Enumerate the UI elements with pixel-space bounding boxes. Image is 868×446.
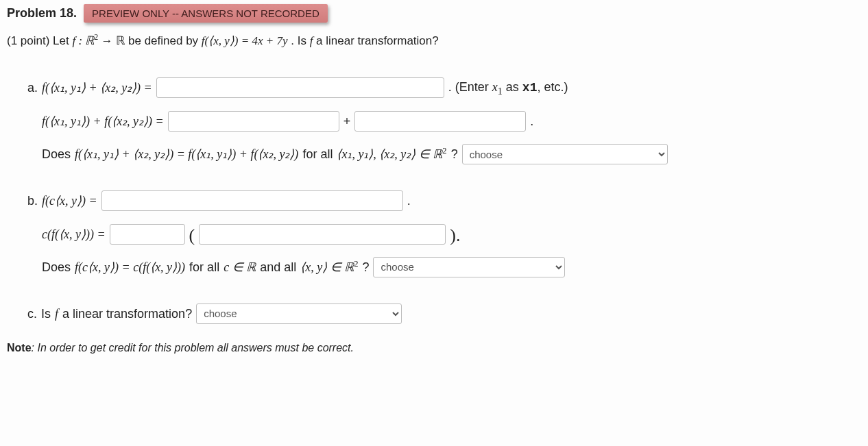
part-a-label: a. <box>27 76 38 99</box>
close-paren: ). <box>450 227 460 245</box>
part-c: c. Is f a linear transformation? choose <box>27 302 861 325</box>
a-lhs2: f(⟨x₁, y₁⟩) + f(⟨x₂, y₂⟩) = <box>42 110 164 133</box>
open-paren: ( <box>189 227 195 245</box>
points-label: (1 point) <box>7 34 49 47</box>
b-lhs2: c(f(⟨x, y⟩)) = <box>42 223 106 246</box>
c-select[interactable]: choose <box>196 303 402 324</box>
a-input-2b[interactable] <box>354 111 526 132</box>
a-hint: . (Enter x1 as x1, etc.) <box>448 75 568 100</box>
problem-intro: (1 point) Let f : ℝ2 → ℝ be defined by f… <box>7 32 861 48</box>
part-c-label: c. <box>27 302 37 325</box>
footer-note: Note: In order to get credit for this pr… <box>7 342 861 354</box>
a-input-1[interactable] <box>156 77 444 98</box>
b-lhs1: f(c⟨x, y⟩) = <box>42 189 97 212</box>
part-b-question: b. Does f(c⟨x, y⟩) = c(f(⟨x, y⟩)) for al… <box>27 256 861 279</box>
a-lhs1: f(⟨x₁, y₁⟩ + ⟨x₂, y₂⟩) = <box>42 76 152 99</box>
part-b-label: b. <box>27 189 38 212</box>
b-input-2a[interactable] <box>110 224 185 245</box>
f-domain: f : ℝ2 <box>72 34 101 47</box>
b-input-1[interactable] <box>101 190 403 211</box>
problem-header: Problem 18. PREVIEW ONLY -- ANSWERS NOT … <box>7 4 861 23</box>
part-b: b. f(c⟨x, y⟩) = . b. c(f(⟨x, y⟩)) = ( ).… <box>27 189 861 279</box>
part-a-row2: a. f(⟨x₁, y₁⟩) + f(⟨x₂, y₂⟩) = + . <box>27 110 861 133</box>
part-c-question: c. Is f a linear transformation? choose <box>27 302 861 325</box>
preview-badge: PREVIEW ONLY -- ANSWERS NOT RECORDED <box>84 4 328 23</box>
plus-sign: + <box>343 110 351 133</box>
part-a-question: a. Does f(⟨x₁, y₁⟩ + ⟨x₂, y₂⟩) = f(⟨x₁, … <box>27 143 861 166</box>
part-a: a. f(⟨x₁, y₁⟩ + ⟨x₂, y₂⟩) = . (Enter x1 … <box>27 75 861 166</box>
problem-title: Problem 18. <box>7 6 77 21</box>
f-definition: f(⟨x, y⟩) = 4x + 7y <box>202 34 288 47</box>
a-select[interactable]: choose <box>462 144 668 164</box>
part-a-row1: a. f(⟨x₁, y₁⟩ + ⟨x₂, y₂⟩) = . (Enter x1 … <box>27 75 861 100</box>
part-b-row1: b. f(c⟨x, y⟩) = . <box>27 189 861 212</box>
part-b-row2: b. c(f(⟨x, y⟩)) = ( ). <box>27 223 861 246</box>
b-select[interactable]: choose <box>373 257 565 277</box>
a-input-2a[interactable] <box>168 111 339 132</box>
b-input-2b[interactable] <box>199 224 446 245</box>
